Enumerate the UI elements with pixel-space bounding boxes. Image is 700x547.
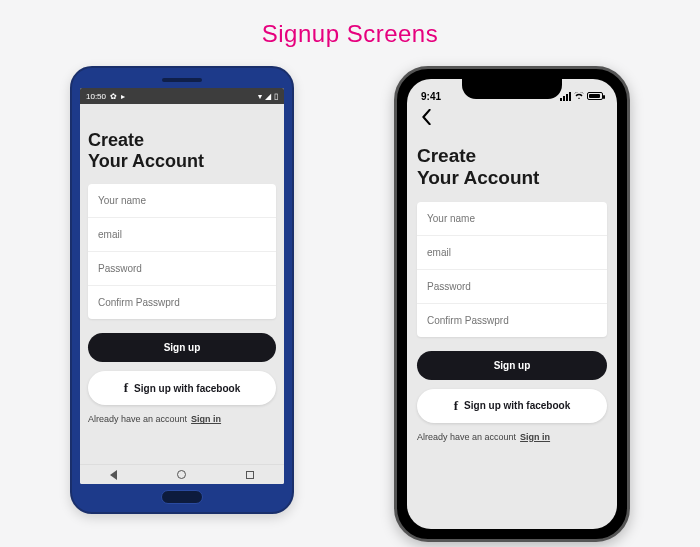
signup-facebook-label: Sign up with facebook [464, 400, 570, 411]
nav-home-icon[interactable] [177, 470, 186, 479]
already-have-account-text: Already have an account [88, 414, 187, 424]
android-screen: 10:50 ✿ ▸ ▾ ◢ ▯ Create Your Account [80, 88, 284, 484]
name-input[interactable] [417, 202, 607, 236]
wifi-icon: ▾ [258, 92, 262, 101]
facebook-icon: f [454, 398, 458, 414]
name-input[interactable] [88, 184, 276, 218]
chevron-left-icon [421, 109, 432, 125]
phones-row: 10:50 ✿ ▸ ▾ ◢ ▯ Create Your Account [0, 66, 700, 542]
ios-signup-form: Create Your Account Sign up f Sign up wi… [407, 131, 617, 529]
nav-recent-icon[interactable] [246, 471, 254, 479]
signup-facebook-button[interactable]: f Sign up with facebook [88, 371, 276, 405]
android-status-bar: 10:50 ✿ ▸ ▾ ◢ ▯ [80, 88, 284, 104]
signup-button-label: Sign up [164, 342, 201, 353]
heading-line2: Your Account [417, 167, 607, 189]
confirm-password-input[interactable] [88, 286, 276, 319]
android-home-button[interactable] [161, 490, 203, 504]
heading: Create Your Account [417, 145, 607, 190]
email-input[interactable] [88, 218, 276, 252]
android-earpiece [162, 78, 202, 82]
heading-line2: Your Account [88, 151, 276, 172]
gear-icon: ✿ [110, 92, 117, 101]
email-input[interactable] [417, 236, 607, 270]
heading-line1: Create [88, 130, 276, 151]
form-card [417, 202, 607, 337]
password-input[interactable] [417, 270, 607, 304]
android-device-frame: 10:50 ✿ ▸ ▾ ◢ ▯ Create Your Account [70, 66, 294, 514]
signin-row: Already have an account Sign in [88, 414, 276, 424]
signal-icon: ◢ [265, 92, 271, 101]
page-title: Signup Screens [0, 0, 700, 66]
nav-back-icon[interactable] [110, 470, 117, 480]
signup-button[interactable]: Sign up [417, 351, 607, 380]
android-nav-bar [80, 464, 284, 484]
battery-icon: ▯ [274, 92, 278, 101]
heading: Create Your Account [88, 130, 276, 172]
heading-line1: Create [417, 145, 607, 167]
signup-button-label: Sign up [494, 360, 531, 371]
confirm-password-input[interactable] [417, 304, 607, 337]
signin-row: Already have an account Sign in [417, 432, 607, 442]
iphone-screen: 9:41 Create Your Account [407, 79, 617, 529]
status-time: 10:50 [86, 92, 106, 101]
iphone-notch [462, 79, 562, 99]
battery-icon [587, 92, 603, 100]
android-signup-form: Create Your Account Sign up f Sign up wi… [80, 104, 284, 464]
form-card [88, 184, 276, 319]
signin-link[interactable]: Sign in [520, 432, 550, 442]
signup-facebook-button[interactable]: f Sign up with facebook [417, 389, 607, 423]
password-input[interactable] [88, 252, 276, 286]
already-have-account-text: Already have an account [417, 432, 516, 442]
back-button[interactable] [407, 107, 617, 131]
signup-facebook-label: Sign up with facebook [134, 383, 240, 394]
signin-link[interactable]: Sign in [191, 414, 221, 424]
play-icon: ▸ [121, 92, 125, 101]
iphone-device-frame: 9:41 Create Your Account [394, 66, 630, 542]
wifi-icon [574, 92, 584, 100]
status-time: 9:41 [421, 91, 441, 102]
signup-button[interactable]: Sign up [88, 333, 276, 362]
facebook-icon: f [124, 380, 128, 396]
signal-icon [560, 92, 571, 101]
